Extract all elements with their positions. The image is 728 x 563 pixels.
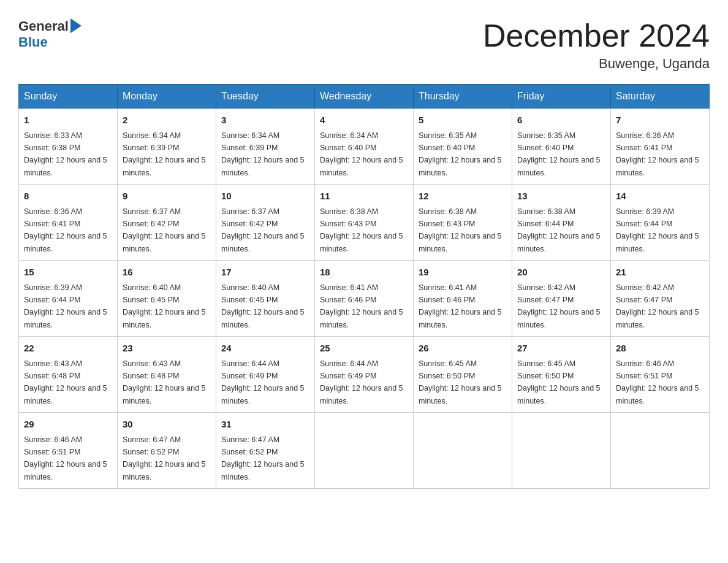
day-info: Sunrise: 6:38 AMSunset: 6:44 PMDaylight:… [517, 207, 601, 253]
day-number: 15 [24, 266, 112, 280]
calendar-cell: 31Sunrise: 6:47 AMSunset: 6:52 PMDayligh… [216, 413, 315, 489]
calendar-cell: 14Sunrise: 6:39 AMSunset: 6:44 PMDayligh… [611, 185, 710, 261]
calendar-cell: 26Sunrise: 6:45 AMSunset: 6:50 PMDayligh… [414, 337, 512, 413]
calendar-cell: 19Sunrise: 6:41 AMSunset: 6:46 PMDayligh… [414, 261, 512, 337]
day-info: Sunrise: 6:46 AMSunset: 6:51 PMDaylight:… [616, 359, 699, 405]
weekday-header-sunday: Sunday [19, 85, 118, 109]
calendar-cell: 10Sunrise: 6:37 AMSunset: 6:42 PMDayligh… [216, 185, 315, 261]
day-info: Sunrise: 6:40 AMSunset: 6:45 PMDaylight:… [123, 283, 206, 329]
day-number: 28 [616, 342, 704, 356]
day-number: 20 [517, 266, 605, 280]
weekday-header-saturday: Saturday [611, 85, 710, 109]
day-info: Sunrise: 6:35 AMSunset: 6:40 PMDaylight:… [419, 131, 502, 177]
day-number: 25 [320, 342, 408, 356]
day-info: Sunrise: 6:47 AMSunset: 6:52 PMDaylight:… [123, 435, 206, 481]
day-number: 3 [221, 113, 309, 128]
calendar-cell: 8Sunrise: 6:36 AMSunset: 6:41 PMDaylight… [19, 185, 118, 261]
day-info: Sunrise: 6:40 AMSunset: 6:45 PMDaylight:… [221, 283, 305, 329]
day-number: 4 [320, 113, 408, 128]
calendar-cell: 1Sunrise: 6:33 AMSunset: 6:38 PMDaylight… [19, 109, 118, 185]
day-info: Sunrise: 6:36 AMSunset: 6:41 PMDaylight:… [24, 207, 107, 253]
calendar-cell: 17Sunrise: 6:40 AMSunset: 6:45 PMDayligh… [216, 261, 315, 337]
title-section: December 2024 Buwenge, Uganda [483, 18, 710, 72]
calendar-cell: 20Sunrise: 6:42 AMSunset: 6:47 PMDayligh… [512, 261, 611, 337]
weekday-header-tuesday: Tuesday [216, 85, 315, 109]
day-number: 8 [24, 190, 112, 204]
calendar-cell: 16Sunrise: 6:40 AMSunset: 6:45 PMDayligh… [118, 261, 216, 337]
day-info: Sunrise: 6:34 AMSunset: 6:39 PMDaylight:… [221, 131, 305, 177]
calendar-cell: 4Sunrise: 6:34 AMSunset: 6:40 PMDaylight… [315, 109, 414, 185]
month-title: December 2024 [483, 18, 710, 53]
day-number: 23 [123, 342, 211, 356]
day-info: Sunrise: 6:43 AMSunset: 6:48 PMDaylight:… [24, 359, 107, 405]
day-number: 17 [221, 266, 309, 280]
day-number: 11 [320, 190, 408, 204]
calendar-table: SundayMondayTuesdayWednesdayThursdayFrid… [18, 84, 710, 489]
calendar-cell: 23Sunrise: 6:43 AMSunset: 6:48 PMDayligh… [118, 337, 216, 413]
logo-general-text: General [18, 18, 69, 34]
day-number: 30 [123, 418, 211, 432]
calendar-cell [315, 413, 414, 489]
day-info: Sunrise: 6:45 AMSunset: 6:50 PMDaylight:… [419, 359, 502, 405]
day-number: 22 [24, 342, 112, 356]
day-number: 12 [419, 190, 507, 204]
day-info: Sunrise: 6:41 AMSunset: 6:46 PMDaylight:… [419, 283, 502, 329]
weekday-header-friday: Friday [512, 85, 611, 109]
calendar-cell: 25Sunrise: 6:44 AMSunset: 6:49 PMDayligh… [315, 337, 414, 413]
calendar-cell [414, 413, 512, 489]
logo: General Blue [18, 18, 82, 50]
day-info: Sunrise: 6:37 AMSunset: 6:42 PMDaylight:… [123, 207, 206, 253]
day-number: 7 [616, 113, 704, 128]
calendar-cell: 6Sunrise: 6:35 AMSunset: 6:40 PMDaylight… [512, 109, 611, 185]
day-number: 9 [123, 190, 211, 204]
day-number: 29 [24, 418, 112, 432]
day-number: 18 [320, 266, 408, 280]
calendar-cell: 30Sunrise: 6:47 AMSunset: 6:52 PMDayligh… [118, 413, 216, 489]
calendar-cell: 27Sunrise: 6:45 AMSunset: 6:50 PMDayligh… [512, 337, 611, 413]
calendar-week-row: 29Sunrise: 6:46 AMSunset: 6:51 PMDayligh… [19, 413, 710, 489]
day-info: Sunrise: 6:39 AMSunset: 6:44 PMDaylight:… [616, 207, 699, 253]
day-info: Sunrise: 6:43 AMSunset: 6:48 PMDaylight:… [123, 359, 206, 405]
day-info: Sunrise: 6:46 AMSunset: 6:51 PMDaylight:… [24, 435, 107, 481]
day-info: Sunrise: 6:38 AMSunset: 6:43 PMDaylight:… [419, 207, 502, 253]
calendar-cell: 11Sunrise: 6:38 AMSunset: 6:43 PMDayligh… [315, 185, 414, 261]
location-subtitle: Buwenge, Uganda [483, 56, 710, 72]
calendar-cell: 24Sunrise: 6:44 AMSunset: 6:49 PMDayligh… [216, 337, 315, 413]
day-info: Sunrise: 6:42 AMSunset: 6:47 PMDaylight:… [517, 283, 601, 329]
calendar-cell: 21Sunrise: 6:42 AMSunset: 6:47 PMDayligh… [611, 261, 710, 337]
calendar-week-row: 1Sunrise: 6:33 AMSunset: 6:38 PMDaylight… [19, 109, 710, 185]
calendar-cell: 2Sunrise: 6:34 AMSunset: 6:39 PMDaylight… [118, 109, 216, 185]
calendar-cell: 7Sunrise: 6:36 AMSunset: 6:41 PMDaylight… [611, 109, 710, 185]
page-header: General Blue December 2024 Buwenge, Ugan… [18, 18, 710, 72]
day-info: Sunrise: 6:44 AMSunset: 6:49 PMDaylight:… [320, 359, 403, 405]
day-info: Sunrise: 6:41 AMSunset: 6:46 PMDaylight:… [320, 283, 403, 329]
day-number: 19 [419, 266, 507, 280]
day-number: 16 [123, 266, 211, 280]
calendar-cell [611, 413, 710, 489]
day-info: Sunrise: 6:35 AMSunset: 6:40 PMDaylight:… [517, 131, 601, 177]
calendar-week-row: 15Sunrise: 6:39 AMSunset: 6:44 PMDayligh… [19, 261, 710, 337]
weekday-header-monday: Monday [118, 85, 216, 109]
logo-triangle-icon [70, 18, 82, 33]
day-info: Sunrise: 6:34 AMSunset: 6:40 PMDaylight:… [320, 131, 403, 177]
calendar-cell: 18Sunrise: 6:41 AMSunset: 6:46 PMDayligh… [315, 261, 414, 337]
day-info: Sunrise: 6:47 AMSunset: 6:52 PMDaylight:… [221, 435, 305, 481]
day-number: 2 [123, 113, 211, 128]
day-number: 26 [419, 342, 507, 356]
calendar-cell: 9Sunrise: 6:37 AMSunset: 6:42 PMDaylight… [118, 185, 216, 261]
day-number: 1 [24, 113, 112, 128]
day-number: 21 [616, 266, 704, 280]
day-info: Sunrise: 6:42 AMSunset: 6:47 PMDaylight:… [616, 283, 699, 329]
day-info: Sunrise: 6:33 AMSunset: 6:38 PMDaylight:… [24, 131, 107, 177]
day-number: 5 [419, 113, 507, 128]
day-info: Sunrise: 6:39 AMSunset: 6:44 PMDaylight:… [24, 283, 107, 329]
calendar-cell: 22Sunrise: 6:43 AMSunset: 6:48 PMDayligh… [19, 337, 118, 413]
calendar-cell: 29Sunrise: 6:46 AMSunset: 6:51 PMDayligh… [19, 413, 118, 489]
day-info: Sunrise: 6:45 AMSunset: 6:50 PMDaylight:… [517, 359, 601, 405]
day-number: 14 [616, 190, 704, 204]
calendar-cell: 5Sunrise: 6:35 AMSunset: 6:40 PMDaylight… [414, 109, 512, 185]
day-info: Sunrise: 6:34 AMSunset: 6:39 PMDaylight:… [123, 131, 206, 177]
logo-blue-text: Blue [18, 34, 48, 50]
day-info: Sunrise: 6:44 AMSunset: 6:49 PMDaylight:… [221, 359, 305, 405]
day-number: 13 [517, 190, 605, 204]
